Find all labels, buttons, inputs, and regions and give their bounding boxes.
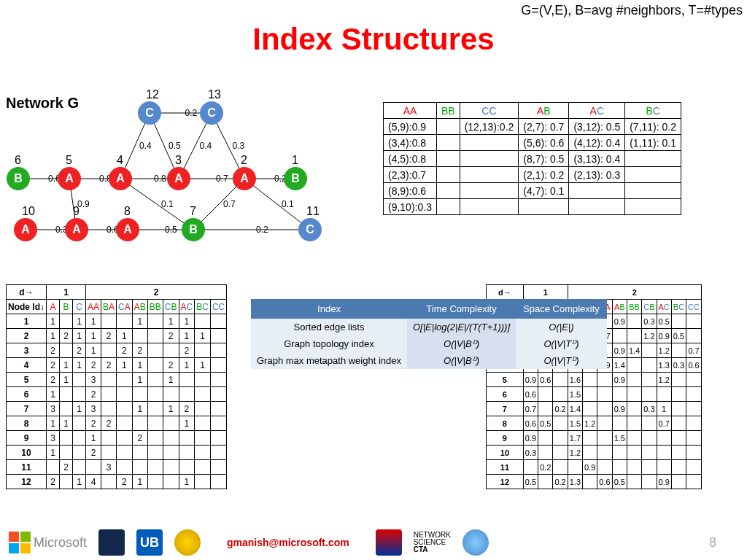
svg-text:C: C [207,106,216,119]
email: gmanish@microsoft.com [227,537,349,548]
svg-text:0.3: 0.3 [233,141,245,151]
svg-text:A: A [116,172,125,184]
svg-text:0.5: 0.5 [165,225,177,235]
svg-text:C: C [306,223,314,236]
legend-note: G=(V,E), B=avg #neighbors, T=#types [521,3,743,18]
svg-text:6: 6 [15,154,21,166]
svg-text:0.1: 0.1 [161,199,174,209]
svg-text:10: 10 [22,205,35,217]
page-number: 8 [709,535,716,551]
svg-text:0.5: 0.5 [169,141,181,151]
svg-text:11: 11 [306,205,320,217]
arl-logo [376,529,402,556]
svg-text:B: B [189,223,198,236]
topology-index-table: d→12Node Id↓ABCAABACAABBBCBACBCCC1111111… [6,284,227,489]
svg-text:7: 7 [190,205,196,217]
svg-text:0.4: 0.4 [200,141,212,151]
cta-logo: NETWORKSCIENCECTA [414,532,451,553]
svg-text:13: 13 [208,88,221,101]
svg-text:A: A [65,172,74,184]
footer: Microsoft UB gmanish@microsoft.com NETWO… [0,529,747,556]
svg-text:0.2: 0.2 [185,108,198,118]
inarc-logo [462,529,489,556]
complexity-table: IndexTime ComplexitySpace ComplexitySort… [251,299,607,369]
svg-text:A: A [174,172,183,184]
svg-text:12: 12 [146,88,159,101]
svg-text:A: A [123,223,132,236]
svg-text:3: 3 [175,154,182,166]
svg-text:4: 4 [117,154,123,166]
ub-logo: UB [136,529,163,556]
svg-text:0.4: 0.4 [139,141,152,151]
svg-text:C: C [145,106,154,119]
svg-text:8: 8 [124,205,131,217]
edge-index-table: AABBCCABACBC(5,9):0.9(12,13):0.2(2,7): 0… [383,102,681,215]
svg-text:9: 9 [73,205,80,217]
svg-text:A: A [72,223,81,236]
microsoft-logo: Microsoft [9,532,87,553]
svg-text:B: B [291,172,300,184]
svg-text:A: A [240,172,249,184]
svg-text:1: 1 [292,154,298,166]
svg-text:0.7: 0.7 [216,174,228,184]
svg-text:0.7: 0.7 [223,199,236,209]
network-graph: 0.20.40.50.40.30.60.80.80.70.20.90.10.70… [0,80,343,262]
svg-text:B: B [14,172,23,184]
svg-text:0.8: 0.8 [154,174,166,184]
svg-text:A: A [21,223,30,236]
medal-icon [174,529,201,556]
svg-text:0.2: 0.2 [256,225,268,235]
svg-text:0.1: 0.1 [282,199,294,209]
page-title: Index Structures [0,22,747,57]
svg-text:2: 2 [241,154,247,166]
svg-text:5: 5 [66,154,72,166]
illinois-logo [98,529,125,556]
